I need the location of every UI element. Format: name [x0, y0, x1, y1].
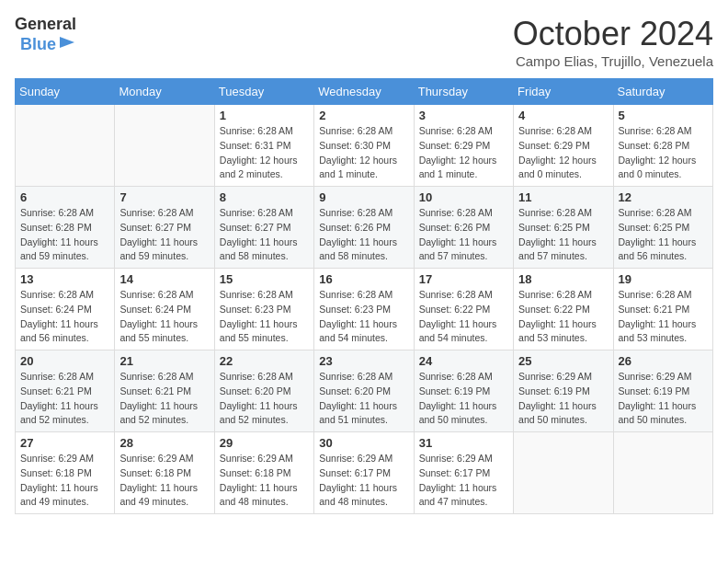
day-number: 19 [619, 272, 708, 286]
logo-blue: Blue [20, 35, 56, 55]
day-number: 23 [319, 354, 408, 368]
day-number: 10 [419, 190, 508, 204]
day-number: 15 [220, 272, 309, 286]
day-number: 27 [20, 436, 109, 450]
day-number: 1 [220, 109, 309, 122]
calendar-cell: 5Sunrise: 6:28 AM Sunset: 6:28 PM Daylig… [613, 105, 712, 187]
day-number: 7 [119, 190, 209, 204]
calendar-cell: 15Sunrise: 6:28 AM Sunset: 6:23 PM Dayli… [214, 269, 313, 350]
calendar-cell: 13Sunrise: 6:28 AM Sunset: 6:24 PM Dayli… [16, 269, 115, 350]
day-number: 28 [119, 436, 209, 450]
calendar-cell [613, 432, 712, 514]
day-info: Sunrise: 6:29 AM Sunset: 6:19 PM Dayligh… [619, 370, 708, 428]
calendar-cell: 19Sunrise: 6:28 AM Sunset: 6:21 PM Dayli… [613, 269, 712, 350]
day-number: 20 [20, 354, 109, 368]
day-number: 18 [518, 272, 608, 286]
calendar-cell [115, 105, 214, 187]
calendar-cell: 7Sunrise: 6:28 AM Sunset: 6:27 PM Daylig… [115, 187, 214, 269]
calendar-week-row: 1Sunrise: 6:28 AM Sunset: 6:31 PM Daylig… [16, 105, 713, 187]
day-info: Sunrise: 6:28 AM Sunset: 6:20 PM Dayligh… [319, 370, 408, 428]
day-number: 5 [619, 109, 708, 122]
day-info: Sunrise: 6:29 AM Sunset: 6:18 PM Dayligh… [20, 452, 109, 510]
day-number: 29 [220, 436, 309, 450]
day-info: Sunrise: 6:28 AM Sunset: 6:24 PM Dayligh… [119, 288, 209, 346]
day-header-wednesday: Wednesday [314, 79, 414, 105]
calendar-cell: 31Sunrise: 6:29 AM Sunset: 6:17 PM Dayli… [414, 432, 513, 514]
day-number: 26 [619, 354, 708, 368]
day-info: Sunrise: 6:28 AM Sunset: 6:21 PM Dayligh… [619, 288, 708, 346]
calendar-cell: 6Sunrise: 6:28 AM Sunset: 6:28 PM Daylig… [16, 187, 115, 269]
calendar-cell: 23Sunrise: 6:28 AM Sunset: 6:20 PM Dayli… [314, 350, 414, 432]
day-info: Sunrise: 6:28 AM Sunset: 6:28 PM Dayligh… [619, 124, 708, 182]
day-header-saturday: Saturday [613, 79, 712, 105]
calendar-cell: 4Sunrise: 6:28 AM Sunset: 6:29 PM Daylig… [514, 105, 613, 187]
calendar-week-row: 13Sunrise: 6:28 AM Sunset: 6:24 PM Dayli… [16, 269, 713, 350]
day-header-tuesday: Tuesday [214, 79, 313, 105]
day-info: Sunrise: 6:28 AM Sunset: 6:21 PM Dayligh… [119, 370, 209, 428]
calendar-cell: 17Sunrise: 6:28 AM Sunset: 6:22 PM Dayli… [414, 269, 513, 350]
calendar-cell: 29Sunrise: 6:29 AM Sunset: 6:18 PM Dayli… [214, 432, 313, 514]
day-info: Sunrise: 6:28 AM Sunset: 6:29 PM Dayligh… [419, 124, 508, 182]
day-info: Sunrise: 6:28 AM Sunset: 6:27 PM Dayligh… [119, 206, 209, 264]
month-title: October 2024 [513, 15, 713, 53]
day-info: Sunrise: 6:29 AM Sunset: 6:17 PM Dayligh… [419, 452, 508, 510]
calendar-cell: 24Sunrise: 6:28 AM Sunset: 6:19 PM Dayli… [414, 350, 513, 432]
day-number: 9 [319, 190, 408, 204]
calendar-cell: 3Sunrise: 6:28 AM Sunset: 6:29 PM Daylig… [414, 105, 513, 187]
calendar-cell: 28Sunrise: 6:29 AM Sunset: 6:18 PM Dayli… [115, 432, 214, 514]
day-number: 21 [119, 354, 209, 368]
day-number: 11 [518, 190, 608, 204]
day-info: Sunrise: 6:28 AM Sunset: 6:25 PM Dayligh… [619, 206, 708, 264]
day-info: Sunrise: 6:28 AM Sunset: 6:24 PM Dayligh… [20, 288, 109, 346]
calendar-cell: 22Sunrise: 6:28 AM Sunset: 6:20 PM Dayli… [214, 350, 313, 432]
day-header-thursday: Thursday [414, 79, 513, 105]
calendar-cell: 10Sunrise: 6:28 AM Sunset: 6:26 PM Dayli… [414, 187, 513, 269]
day-number: 22 [220, 354, 309, 368]
calendar-cell: 30Sunrise: 6:29 AM Sunset: 6:17 PM Dayli… [314, 432, 414, 514]
day-number: 2 [319, 109, 408, 122]
day-number: 6 [20, 190, 109, 204]
day-header-friday: Friday [514, 79, 613, 105]
calendar-cell [514, 432, 613, 514]
calendar-cell: 8Sunrise: 6:28 AM Sunset: 6:27 PM Daylig… [214, 187, 313, 269]
day-number: 4 [518, 109, 608, 122]
day-info: Sunrise: 6:28 AM Sunset: 6:31 PM Dayligh… [220, 124, 309, 182]
day-info: Sunrise: 6:28 AM Sunset: 6:26 PM Dayligh… [319, 206, 408, 264]
calendar-cell: 11Sunrise: 6:28 AM Sunset: 6:25 PM Dayli… [514, 187, 613, 269]
calendar-cell: 12Sunrise: 6:28 AM Sunset: 6:25 PM Dayli… [613, 187, 712, 269]
day-info: Sunrise: 6:28 AM Sunset: 6:22 PM Dayligh… [518, 288, 608, 346]
calendar-week-row: 6Sunrise: 6:28 AM Sunset: 6:28 PM Daylig… [16, 187, 713, 269]
calendar-cell [16, 105, 115, 187]
day-number: 12 [619, 190, 708, 204]
day-info: Sunrise: 6:28 AM Sunset: 6:20 PM Dayligh… [220, 370, 309, 428]
day-header-sunday: Sunday [16, 79, 115, 105]
calendar-cell: 16Sunrise: 6:28 AM Sunset: 6:23 PM Dayli… [314, 269, 414, 350]
logo-flag-icon [58, 35, 76, 53]
day-info: Sunrise: 6:28 AM Sunset: 6:19 PM Dayligh… [419, 370, 508, 428]
calendar-cell: 2Sunrise: 6:28 AM Sunset: 6:30 PM Daylig… [314, 105, 414, 187]
day-info: Sunrise: 6:28 AM Sunset: 6:27 PM Dayligh… [220, 206, 309, 264]
svg-marker-0 [60, 37, 74, 48]
day-info: Sunrise: 6:28 AM Sunset: 6:21 PM Dayligh… [20, 370, 109, 428]
calendar-table: SundayMondayTuesdayWednesdayThursdayFrid… [15, 78, 713, 514]
location-subtitle: Campo Elias, Trujillo, Venezuela [513, 53, 713, 69]
calendar-week-row: 27Sunrise: 6:29 AM Sunset: 6:18 PM Dayli… [16, 432, 713, 514]
calendar-cell: 25Sunrise: 6:29 AM Sunset: 6:19 PM Dayli… [514, 350, 613, 432]
day-number: 17 [419, 272, 508, 286]
day-info: Sunrise: 6:28 AM Sunset: 6:23 PM Dayligh… [319, 288, 408, 346]
day-number: 13 [20, 272, 109, 286]
day-info: Sunrise: 6:28 AM Sunset: 6:29 PM Dayligh… [518, 124, 608, 182]
calendar-cell: 1Sunrise: 6:28 AM Sunset: 6:31 PM Daylig… [214, 105, 313, 187]
calendar-cell: 20Sunrise: 6:28 AM Sunset: 6:21 PM Dayli… [16, 350, 115, 432]
calendar-cell: 18Sunrise: 6:28 AM Sunset: 6:22 PM Dayli… [514, 269, 613, 350]
day-info: Sunrise: 6:29 AM Sunset: 6:18 PM Dayligh… [119, 452, 209, 510]
day-info: Sunrise: 6:28 AM Sunset: 6:28 PM Dayligh… [20, 206, 109, 264]
day-info: Sunrise: 6:28 AM Sunset: 6:30 PM Dayligh… [319, 124, 408, 182]
day-header-monday: Monday [115, 79, 214, 105]
logo-general: General [15, 15, 76, 35]
calendar-cell: 21Sunrise: 6:28 AM Sunset: 6:21 PM Dayli… [115, 350, 214, 432]
day-number: 25 [518, 354, 608, 368]
day-number: 14 [119, 272, 209, 286]
day-number: 31 [419, 436, 508, 450]
logo: General Blue [15, 15, 76, 54]
